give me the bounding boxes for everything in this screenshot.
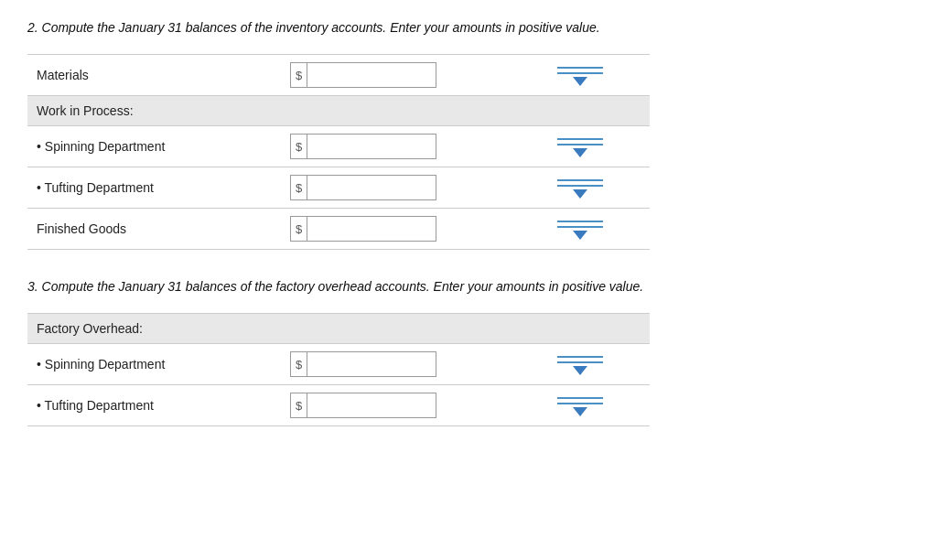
dropdown-fo-tufting-dept[interactable] bbox=[521, 395, 641, 416]
dropdown-cell-spinning-dept bbox=[512, 126, 650, 167]
dropdown-line-bottom-fo-spinning-dept bbox=[557, 361, 603, 363]
chevron-down-icon-fo-spinning-dept bbox=[573, 366, 587, 375]
label-fo-tufting-dept: • Tufting Department bbox=[27, 385, 281, 426]
dollar-sign-spinning-dept: $ bbox=[291, 135, 307, 158]
table-row-materials: Materials$ bbox=[27, 55, 650, 96]
dropdown-cell-materials bbox=[512, 55, 650, 96]
dropdown-cell-fo-tufting-dept bbox=[512, 385, 650, 426]
amount-input-tufting-dept[interactable] bbox=[307, 176, 417, 199]
amount-input-spinning-dept[interactable] bbox=[307, 135, 417, 158]
section-3-instruction: 3. Compute the January 31 balances of th… bbox=[27, 277, 910, 296]
dropdown-line-top-spinning-dept bbox=[557, 138, 603, 140]
dropdown-line-bottom-fo-tufting-dept bbox=[557, 403, 603, 404]
input-cell-spinning-dept: $ bbox=[281, 126, 512, 167]
dollar-sign-materials: $ bbox=[291, 63, 307, 87]
chevron-down-icon-materials bbox=[573, 77, 587, 86]
dropdown-cell-factory-overhead bbox=[512, 314, 650, 344]
dollar-sign-finished-goods: $ bbox=[291, 217, 307, 241]
input-wrapper-finished-goods: $ bbox=[290, 216, 436, 242]
chevron-down-icon-fo-tufting-dept bbox=[573, 407, 587, 416]
dropdown-line-top-fo-tufting-dept bbox=[557, 397, 603, 399]
dropdown-cell-work-in-process bbox=[512, 96, 650, 126]
dropdown-fo-spinning-dept[interactable] bbox=[521, 354, 641, 375]
input-cell-tufting-dept: $ bbox=[281, 167, 512, 209]
dropdown-spinning-dept[interactable] bbox=[521, 136, 641, 157]
dropdown-line-bottom-materials bbox=[557, 72, 603, 74]
table-row-factory-overhead: Factory Overhead: bbox=[27, 314, 650, 344]
dropdown-tufting-dept[interactable] bbox=[521, 178, 641, 199]
section-2-instruction: 2. Compute the January 31 balances of th… bbox=[27, 18, 910, 38]
dropdown-finished-goods[interactable] bbox=[521, 219, 641, 240]
label-fo-spinning-dept: • Spinning Department bbox=[27, 344, 281, 385]
dropdown-cell-fo-spinning-dept bbox=[512, 344, 650, 385]
input-wrapper-spinning-dept: $ bbox=[290, 134, 436, 159]
input-cell-materials: $ bbox=[281, 55, 512, 96]
table-row-work-in-process: Work in Process: bbox=[27, 96, 650, 126]
dropdown-materials[interactable] bbox=[521, 65, 641, 86]
table-row-finished-goods: Finished Goods$ bbox=[27, 209, 650, 250]
dropdown-line-bottom-tufting-dept bbox=[557, 185, 603, 187]
dollar-sign-fo-tufting-dept: $ bbox=[291, 393, 307, 417]
input-wrapper-materials: $ bbox=[290, 62, 436, 88]
dollar-sign-tufting-dept: $ bbox=[291, 176, 307, 199]
input-wrapper-tufting-dept: $ bbox=[290, 175, 436, 200]
table-row-fo-spinning-dept: • Spinning Department$ bbox=[27, 344, 650, 385]
input-cell-finished-goods: $ bbox=[281, 209, 512, 250]
label-materials: Materials bbox=[27, 55, 281, 96]
label-spinning-dept: • Spinning Department bbox=[27, 126, 281, 167]
input-cell-fo-spinning-dept: $ bbox=[281, 344, 512, 385]
label-tufting-dept: • Tufting Department bbox=[27, 167, 281, 209]
chevron-down-icon-tufting-dept bbox=[573, 189, 587, 199]
amount-input-finished-goods[interactable] bbox=[307, 217, 417, 241]
table-row-spinning-dept: • Spinning Department$ bbox=[27, 126, 650, 167]
section-2: 2. Compute the January 31 balances of th… bbox=[27, 18, 910, 250]
dropdown-line-top-fo-spinning-dept bbox=[557, 356, 603, 358]
factory-overhead-table: Factory Overhead:• Spinning Department$•… bbox=[27, 313, 650, 426]
label-factory-overhead: Factory Overhead: bbox=[27, 314, 281, 344]
section-3: 3. Compute the January 31 balances of th… bbox=[27, 277, 910, 426]
dropdown-line-top-finished-goods bbox=[557, 221, 603, 222]
input-wrapper-fo-spinning-dept: $ bbox=[290, 351, 436, 377]
input-cell-fo-tufting-dept: $ bbox=[281, 385, 512, 426]
table-row-fo-tufting-dept: • Tufting Department$ bbox=[27, 385, 650, 426]
dropdown-line-top-materials bbox=[557, 67, 603, 69]
dollar-sign-fo-spinning-dept: $ bbox=[291, 352, 307, 376]
amount-input-fo-tufting-dept[interactable] bbox=[307, 393, 417, 417]
input-wrapper-fo-tufting-dept: $ bbox=[290, 393, 436, 418]
amount-input-materials[interactable] bbox=[307, 63, 417, 87]
amount-input-fo-spinning-dept[interactable] bbox=[307, 352, 417, 376]
dropdown-cell-tufting-dept bbox=[512, 167, 650, 209]
dropdown-cell-finished-goods bbox=[512, 209, 650, 250]
label-work-in-process: Work in Process: bbox=[27, 96, 281, 126]
input-cell-factory-overhead bbox=[281, 314, 512, 344]
dropdown-line-top-tufting-dept bbox=[557, 179, 603, 181]
table-row-tufting-dept: • Tufting Department$ bbox=[27, 167, 650, 209]
chevron-down-icon-spinning-dept bbox=[573, 148, 587, 157]
chevron-down-icon-finished-goods bbox=[573, 231, 587, 240]
dropdown-line-bottom-finished-goods bbox=[557, 226, 603, 228]
inventory-table: Materials$Work in Process:• Spinning Dep… bbox=[27, 54, 650, 250]
dropdown-line-bottom-spinning-dept bbox=[557, 144, 603, 145]
label-finished-goods: Finished Goods bbox=[27, 209, 281, 250]
input-cell-work-in-process bbox=[281, 96, 512, 126]
